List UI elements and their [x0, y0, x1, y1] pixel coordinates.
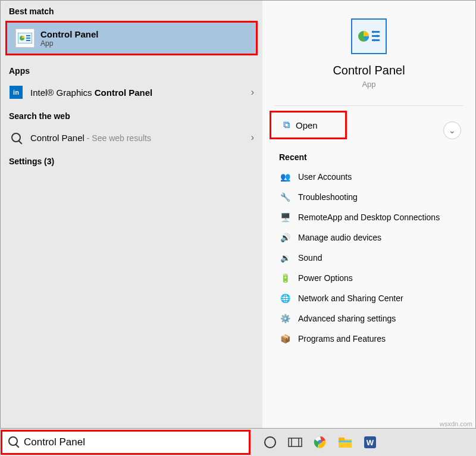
search-input[interactable] [24, 436, 243, 448]
recent-item-programs[interactable]: 📦Programs and Features [262, 329, 475, 349]
cortana-icon[interactable] [262, 434, 278, 451]
recent-item-remoteapp[interactable]: 🖥️RemoteApp and Desktop Connections [262, 207, 475, 227]
speaker-icon: 🔊 [279, 232, 291, 243]
svg-rect-2 [26, 35, 30, 36]
best-match-title: Control Panel [40, 29, 99, 39]
recent-item-network[interactable]: 🌐Network and Sharing Center [262, 288, 475, 308]
svg-rect-8 [372, 39, 380, 41]
recent-item-power[interactable]: 🔋Power Options [262, 268, 475, 288]
svg-rect-3 [26, 38, 30, 39]
svg-point-9 [372, 31, 374, 33]
svg-point-11 [373, 39, 375, 42]
recent-item-sharing[interactable]: ⚙️Advanced sharing settings [262, 308, 475, 329]
preview-pane: Control Panel App ⧉ Open ⌄ Recent 👥User … [262, 1, 475, 428]
preview-subtitle: App [268, 80, 469, 89]
open-icon: ⧉ [283, 120, 290, 130]
search-icon [9, 130, 23, 145]
svg-rect-20 [339, 441, 352, 442]
chrome-icon[interactable] [312, 434, 328, 451]
taskbar-search[interactable] [1, 430, 250, 454]
best-match-result[interactable]: Control Panel App [5, 21, 258, 55]
expand-button[interactable]: ⌄ [443, 121, 461, 139]
task-view-icon[interactable] [287, 434, 303, 451]
search-icon [8, 436, 18, 449]
svg-rect-7 [372, 35, 380, 37]
battery-icon: 🔋 [279, 272, 291, 284]
file-explorer-icon[interactable] [337, 434, 353, 451]
apps-result-intel[interactable]: in Intel® Graphics Control Panel › [1, 79, 262, 105]
control-panel-icon [15, 29, 35, 48]
watermark: wsxdn.com [440, 420, 472, 427]
start-menu-search: Best match Control Panel App Apps in Int… [0, 0, 476, 429]
control-panel-large-icon [351, 18, 387, 54]
svg-rect-19 [339, 438, 345, 441]
preview-header: Control Panel App [262, 1, 475, 101]
sound-icon: 🔉 [279, 252, 291, 264]
recent-label: Recent [262, 142, 475, 167]
svg-text:W: W [367, 438, 374, 447]
gear-icon: ⚙️ [279, 313, 291, 324]
svg-point-10 [376, 35, 378, 38]
globe-icon: 🌐 [279, 292, 291, 304]
recent-item-troubleshooting[interactable]: 🔧Troubleshooting [262, 187, 475, 207]
web-result[interactable]: Control Panel - See web results › [1, 124, 262, 151]
taskbar: W [0, 429, 476, 456]
open-action[interactable]: ⧉ Open [270, 111, 347, 139]
svg-rect-4 [26, 40, 30, 41]
intel-icon: in [9, 85, 23, 99]
web-label: Search the web [1, 105, 262, 124]
open-label: Open [296, 120, 318, 130]
chevron-right-icon: › [251, 132, 254, 143]
settings-label[interactable]: Settings (3) [1, 151, 262, 170]
wrench-icon: 🔧 [279, 191, 291, 203]
recent-item-audio-devices[interactable]: 🔊Manage audio devices [262, 227, 475, 248]
preview-title: Control Panel [268, 64, 469, 77]
word-icon[interactable]: W [362, 434, 378, 451]
best-match-label: Best match [1, 1, 262, 20]
best-match-subtitle: App [40, 39, 99, 48]
chevron-right-icon: › [251, 87, 254, 98]
recent-item-user-accounts[interactable]: 👥User Accounts [262, 167, 475, 187]
svg-point-12 [265, 437, 275, 448]
users-icon: 👥 [279, 171, 291, 183]
recent-item-sound[interactable]: 🔉Sound [262, 248, 475, 268]
svg-rect-13 [289, 438, 302, 446]
apps-label: Apps [1, 60, 262, 79]
results-pane: Best match Control Panel App Apps in Int… [1, 1, 262, 428]
monitor-icon: 🖥️ [279, 211, 291, 223]
box-icon: 📦 [279, 333, 291, 345]
